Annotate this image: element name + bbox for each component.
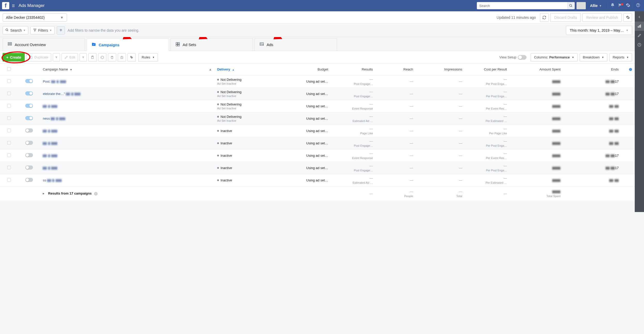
tab-adsets[interactable]: Ad Sets — [171, 38, 253, 51]
image-icon — [259, 42, 264, 47]
chevron-right-icon[interactable]: ▸ — [43, 191, 45, 195]
add-filter-button[interactable]: + — [57, 26, 65, 34]
account-selector[interactable]: Allie Decker (23354402) ▼ — [3, 13, 67, 22]
search-pill[interactable]: Search ▼ — [3, 26, 28, 34]
table-row[interactable]: ness ▮▮ ▮ ▮▮▮ Not DeliveringAd Set Inact… — [0, 112, 635, 125]
revert-button[interactable] — [98, 53, 106, 61]
table-row[interactable]: ▮▮ ▮ ▮▮▮ Inactive Using ad set… —Post En… — [0, 137, 635, 149]
column-header-results[interactable]: Results — [331, 64, 376, 75]
column-header-impressions[interactable]: Impressions — [416, 64, 465, 75]
campaign-name-cell[interactable]: ss ▮▮ ▮ ▮▮▮ — [40, 174, 201, 186]
help-icon[interactable] — [634, 3, 642, 9]
tab-ads[interactable]: Ads — [255, 38, 337, 51]
columns-button[interactable]: Columns: Performance ▼ — [531, 53, 577, 61]
row-checkbox[interactable] — [7, 166, 11, 169]
flag-icon[interactable] — [616, 3, 624, 9]
table-row[interactable]: elebrate the…" ▮▮ ▮ ▮▮▮ Not DeliveringAd… — [0, 87, 635, 100]
column-header-name[interactable]: Campaign Name ▼ — [40, 64, 201, 75]
reports-button[interactable]: Reports ▼ — [609, 53, 632, 61]
toggle-switch[interactable] — [518, 55, 527, 60]
row-toggle[interactable] — [25, 153, 33, 157]
row-toggle[interactable] — [25, 141, 33, 145]
column-header-budget[interactable]: Budget — [282, 64, 331, 75]
search-input[interactable] — [477, 2, 567, 9]
row-toggle[interactable] — [25, 104, 33, 108]
impressions-cell: — — [416, 75, 465, 87]
search-button[interactable] — [567, 2, 575, 9]
table-row[interactable]: ▮▮ ▮ ▮▮▮ Inactive Using ad set… —Post En… — [0, 162, 635, 174]
column-header-cpr[interactable]: Cost per Result — [465, 64, 510, 75]
campaign-name-cell[interactable]: ▮▮ ▮ ▮▮▮ — [40, 162, 201, 174]
hamburger-icon[interactable]: ☰ — [12, 4, 15, 8]
table-row[interactable]: Post: ▮▮ ▮ ▮▮▮ Not DeliveringAd Set Inac… — [0, 75, 635, 87]
edit-caret[interactable]: ▼ — [80, 53, 87, 61]
table-row[interactable]: ▮▮ ▮ ▮▮▮ Inactive Using ad set… —Event R… — [0, 149, 635, 162]
export-button[interactable] — [118, 53, 126, 61]
column-header-delivery[interactable]: Delivery ▲ — [215, 64, 282, 75]
duplicate-button[interactable]: Duplicate — [26, 53, 51, 61]
row-toggle[interactable] — [25, 128, 33, 133]
rail-history-icon[interactable] — [635, 40, 644, 49]
campaign-name-cell[interactable]: ▮▮ ▮ ▮▮▮ — [40, 125, 201, 137]
filters-pill[interactable]: Filters ▼ — [30, 26, 55, 34]
row-checkbox[interactable] — [7, 92, 11, 95]
column-header-ends[interactable]: Ends — [563, 64, 621, 75]
rail-charts-icon[interactable] — [635, 22, 644, 31]
column-header-spent[interactable]: Amount Spent — [510, 64, 563, 75]
add-column-button[interactable]: ⊕ — [629, 67, 632, 72]
delete-button[interactable] — [108, 53, 116, 61]
campaign-name-cell[interactable]: ▮▮ ▮ ▮▮▮ — [40, 137, 201, 149]
avatar-group[interactable] — [577, 2, 588, 9]
table-row[interactable]: ▮▮ ▮ ▮▮▮ Not DeliveringAd Set Inactive U… — [0, 100, 635, 112]
select-all-checkbox[interactable] — [7, 67, 11, 71]
duplicate-caret[interactable]: ▼ — [53, 53, 60, 61]
gear-icon[interactable] — [624, 3, 632, 9]
view-setup-toggle[interactable]: View Setup — [499, 55, 527, 60]
breakdown-button[interactable]: Breakdown ▼ — [580, 53, 607, 61]
table-footer-row: ▸ Results from 17 campaigns i — —People … — [0, 186, 635, 201]
row-toggle[interactable] — [25, 79, 33, 83]
column-header-reach[interactable]: Reach — [376, 64, 416, 75]
row-checkbox[interactable] — [7, 79, 11, 83]
row-toggle[interactable] — [25, 178, 33, 182]
rail-edit-icon[interactable] — [635, 31, 644, 40]
delivery-cell: Not DeliveringAd Set Inactive — [215, 100, 282, 112]
review-publish-button[interactable]: Review and Publish — [582, 13, 622, 22]
rules-button[interactable]: Rules ▼ — [138, 53, 158, 61]
row-toggle[interactable] — [25, 165, 33, 170]
info-icon[interactable]: i — [94, 192, 98, 196]
row-toggle[interactable] — [25, 91, 33, 95]
row-checkbox[interactable] — [7, 116, 11, 120]
impressions-cell: — — [416, 125, 465, 137]
campaign-name-cell[interactable]: elebrate the…" ▮▮ ▮ ▮▮▮ — [40, 87, 201, 100]
chevron-down-icon[interactable]: ▼ — [599, 4, 602, 7]
discard-drafts-button[interactable]: Discard Drafts — [550, 13, 581, 22]
budget-cell: Using ad set… — [282, 162, 331, 174]
row-checkbox[interactable] — [7, 153, 11, 157]
cpr-cell: —Per Event Res… — [465, 100, 510, 112]
refresh-button[interactable] — [540, 13, 549, 22]
row-checkbox[interactable] — [7, 141, 11, 145]
bell-icon[interactable] — [609, 3, 616, 9]
tab-account-overview[interactable]: Account Overview — [3, 38, 85, 51]
table-row[interactable]: ss ▮▮ ▮ ▮▮▮ Inactive Using ad set… —Esti… — [0, 174, 635, 186]
row-toggle[interactable] — [25, 116, 33, 120]
table-row[interactable]: ▮▮ ▮ ▮▮▮ Inactive Using ad set… —Page Li… — [0, 125, 635, 137]
row-checkbox[interactable] — [7, 129, 11, 132]
edit-button[interactable]: Edit — [62, 53, 78, 61]
row-checkbox[interactable] — [7, 104, 11, 108]
campaign-name-cell[interactable]: ▮▮ ▮ ▮▮▮ — [40, 149, 201, 162]
campaign-name-cell[interactable]: ness ▮▮ ▮ ▮▮▮ — [40, 112, 201, 125]
create-button[interactable]: + Create — [3, 53, 25, 61]
tab-campaigns[interactable]: Campaigns — [87, 39, 169, 51]
facebook-logo[interactable]: f — [2, 2, 9, 9]
clipboard-button[interactable] — [88, 53, 97, 61]
settings-button[interactable] — [623, 13, 632, 22]
user-name[interactable]: Allie — [590, 4, 598, 8]
row-checkbox[interactable] — [7, 178, 11, 182]
campaign-name-cell[interactable]: ▮▮ ▮ ▮▮▮ — [40, 100, 201, 112]
date-range-picker[interactable]: This month: May 1, 2019 – May… ▼ — [566, 26, 632, 35]
rail-collapse-icon[interactable] — [635, 12, 644, 22]
tag-button[interactable] — [128, 53, 136, 61]
campaign-name-cell[interactable]: Post: ▮▮ ▮ ▮▮▮ — [40, 75, 201, 87]
